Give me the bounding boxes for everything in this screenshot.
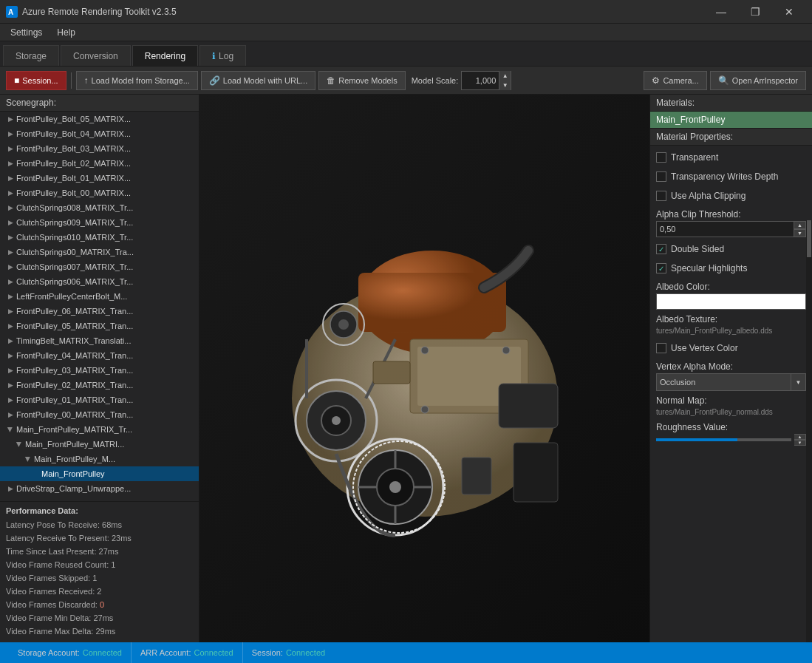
model-scale-spinner: ▲ ▼ — [499, 71, 511, 90]
vertex-alpha-mode-dropdown-arrow[interactable]: ▼ — [791, 373, 806, 391]
minimize-button[interactable]: — — [704, 0, 738, 24]
alpha-clip-down-button[interactable]: ▼ — [794, 229, 806, 237]
tree-item[interactable]: ▶ FrontPulley_Bolt_00_MATRIX... — [0, 186, 199, 200]
tree-item[interactable]: ▶ LeftFrontPulleyCenterBolt_M... — [0, 289, 199, 304]
tree-item[interactable]: ▶ TimingBelt_MATRIX_Translati... — [0, 333, 199, 348]
titlebar: A Azure Remote Rendering Toolkit v2.3.5 … — [0, 0, 812, 24]
albedo-color-label: Albedo Color: — [656, 282, 806, 292]
tree-item[interactable]: ▶ FrontPulley_05_MATRIX_Tran... — [0, 319, 199, 333]
albedo-color-swatch[interactable] — [656, 293, 806, 310]
inspector-icon: 🔍 — [718, 75, 729, 86]
alpha-clip-threshold-input[interactable] — [656, 221, 794, 237]
specular-highlights-row: Specular Highlights — [656, 259, 806, 277]
tree-item[interactable]: ▶ FrontPulley_Bolt_04_MATRIX... — [0, 126, 199, 141]
perf-row: Video Frame Reused Count: 1 — [6, 558, 193, 571]
menubar: Settings Help — [0, 24, 812, 41]
vertex-alpha-mode-dropdown[interactable]: Occlusion None Override — [656, 373, 791, 391]
tree-item[interactable]: ▶ ClutchSprings008_MATRIX_Tr... — [0, 200, 199, 215]
tree-arrow: ▶ — [6, 484, 15, 493]
menu-settings[interactable]: Settings — [3, 26, 50, 39]
tree-item[interactable]: ▶ ClutchSprings010_MATRIX_Tr... — [0, 230, 199, 245]
svg-rect-31 — [373, 361, 410, 384]
scale-down-button[interactable]: ▼ — [499, 81, 511, 90]
tree-item[interactable]: ▶ ClutchSprings00_MATRIX_Tra... — [0, 245, 199, 259]
tree-item[interactable]: ▶ FrontPulley_03_MATRIX_Tran... — [0, 363, 199, 378]
arr-account-label: ARR Account: — [140, 648, 191, 657]
tree-arrow: ▶ — [6, 248, 15, 256]
roughness-down-button[interactable]: ▼ — [794, 440, 806, 446]
load-url-button[interactable]: 🔗 Load Model with URL... — [201, 71, 315, 90]
tree-item[interactable]: ▶ ClutchSprings007_MATRIX_Tr... — [0, 259, 199, 274]
tree-item[interactable]: ▶ ClutchSprings006_MATRIX_Tr... — [0, 274, 199, 289]
alpha-clip-up-button[interactable]: ▲ — [794, 221, 806, 229]
menu-help[interactable]: Help — [50, 26, 83, 39]
roughness-up-button[interactable]: ▲ — [794, 434, 806, 440]
transparent-label: Transparent — [671, 152, 718, 163]
camera-button[interactable]: ⚙ Camera... — [644, 71, 706, 90]
tree-item[interactable]: ▶ FrontPulley_Bolt_05_MATRIX... — [0, 112, 199, 126]
transparent-checkbox[interactable] — [656, 152, 666, 163]
restore-button[interactable]: ❐ — [738, 0, 772, 24]
perf-row: Time Since Last Present: 27ms — [6, 545, 193, 558]
performance-panel: Performance Data: Latency Pose To Receiv… — [0, 501, 199, 642]
session-status: Session: Connected — [243, 642, 334, 663]
right-panel-scrollbar[interactable] — [806, 220, 812, 642]
transparency-writes-depth-checkbox[interactable] — [656, 171, 666, 182]
tree-item[interactable]: ▶ Main_FrontPulley_MATRIX_Tr... — [0, 422, 199, 437]
roughness-slider[interactable] — [656, 438, 791, 441]
specular-highlights-checkbox[interactable] — [656, 263, 666, 273]
tree-item[interactable]: ▶ Main_FrontPulley_M... — [0, 452, 199, 466]
remove-models-button[interactable]: 🗑 Remove Models — [318, 71, 405, 90]
roughness-spinner: ▲ ▼ — [794, 434, 806, 446]
double-sided-checkbox[interactable] — [656, 244, 666, 254]
scale-up-button[interactable]: ▲ — [499, 71, 511, 81]
load-storage-button[interactable]: ↑ Load Model from Storage... — [76, 71, 198, 90]
use-alpha-clipping-checkbox[interactable] — [656, 191, 666, 201]
window-controls: — ❐ ✕ — [704, 0, 806, 24]
app-icon: A — [6, 6, 18, 18]
tree-arrow: ▶ — [6, 129, 15, 138]
tree-item[interactable]: ▶ FrontPulley_06_MATRIX_Tran... — [0, 304, 199, 319]
tree-item[interactable]: ▶ FrontPulley_Bolt_03_MATRIX... — [0, 141, 199, 156]
tree-item[interactable]: ▶ ClutchSprings009_MATRIX_Tr... — [0, 215, 199, 230]
use-vertex-color-label: Use Vertex Color — [671, 343, 738, 353]
tree-item[interactable]: ▶ DriveStrap_Clamp_Unwrappe... — [0, 481, 199, 496]
use-vertex-color-checkbox[interactable] — [656, 343, 666, 353]
svg-rect-28 — [499, 384, 558, 428]
load-url-icon: 🔗 — [209, 75, 220, 86]
arr-account-status: ARR Account: Connected — [132, 642, 243, 663]
albedo-texture-value: tures/Main_FrontPulley_albedo.dds — [656, 326, 806, 336]
tab-conversion[interactable]: Conversion — [61, 45, 131, 66]
tree-item[interactable]: ▶ FrontPulley_Bolt_02_MATRIX... — [0, 156, 199, 171]
tree-item[interactable]: ▶ FrontPulley_02_MATRIX_Tran... — [0, 378, 199, 392]
material-item-selected[interactable]: Main_FrontPulley — [650, 112, 812, 128]
tree-item[interactable]: ▶ FrontPulley_04_MATRIX_Tran... — [0, 348, 199, 363]
tree-item[interactable]: ▶ FrontPulley_00_MATRIX_Tran... — [0, 407, 199, 422]
tree-item[interactable]: ▶ Main_FrontPulley_MATRI... — [0, 437, 199, 452]
tree-item[interactable]: ▶ FrontPulley_Bolt_01_MATRIX... — [0, 171, 199, 186]
session-button[interactable]: ■ Session... — [6, 71, 66, 90]
viewport[interactable] — [199, 95, 649, 642]
session-icon: ■ — [14, 75, 19, 86]
tree-item-selected[interactable]: Main_FrontPulley — [0, 466, 199, 481]
arr-account-value: Connected — [194, 648, 233, 657]
normal-map-value: tures/Main_FrontPulley_normal.dds — [656, 407, 806, 418]
tab-rendering[interactable]: Rendering — [132, 45, 198, 66]
tree-arrow: ▶ — [6, 203, 15, 212]
svg-point-24 — [421, 347, 429, 354]
materials-list: Main_FrontPulley — [650, 112, 812, 129]
session-status-value: Connected — [286, 648, 325, 657]
tree-item[interactable]: ▶ FrontPulley_01_MATRIX_Tran... — [0, 392, 199, 407]
svg-rect-32 — [462, 458, 491, 494]
mat-props-scroll[interactable]: Transparent Transparency Writes Depth Us… — [650, 146, 812, 642]
arr-inspector-button[interactable]: 🔍 Open ArrInspector — [710, 71, 806, 90]
close-button[interactable]: ✕ — [772, 0, 806, 24]
tab-storage[interactable]: Storage — [3, 45, 59, 66]
scenegraph-tree[interactable]: ▶ FrontPulley_Bolt_05_MATRIX... ▶ FrontP… — [0, 112, 199, 501]
model-scale-input[interactable] — [462, 76, 499, 85]
tree-arrow: ▶ — [6, 322, 15, 330]
perf-row: Latency Receive To Present: 23ms — [6, 531, 193, 545]
storage-account-value: Connected — [83, 648, 122, 657]
tab-log[interactable]: ℹ Log — [199, 45, 246, 66]
vertex-alpha-mode-label: Vertex Alpha Mode: — [656, 361, 806, 372]
